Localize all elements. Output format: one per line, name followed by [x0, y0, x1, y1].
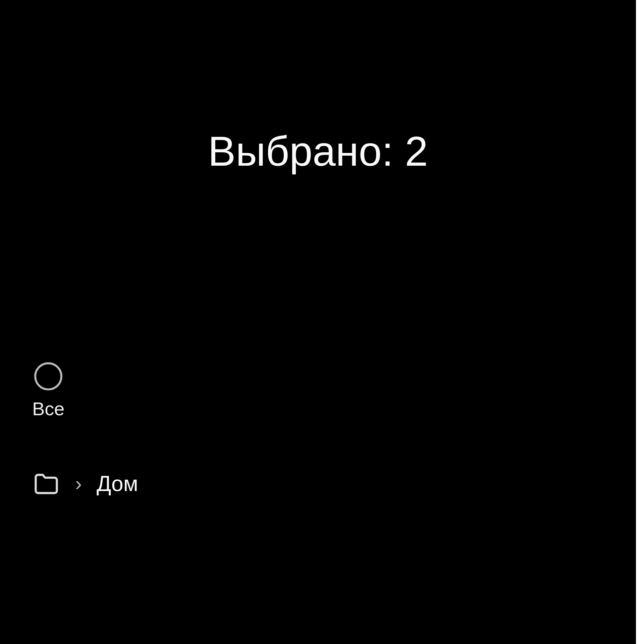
chevron-right-icon: ›	[75, 472, 82, 495]
breadcrumb[interactable]: › Дом	[32, 470, 138, 498]
select-all-toggle[interactable]: Все	[32, 362, 65, 420]
checkbox-circle-icon	[34, 362, 62, 390]
screen-left: Выбрано: 2 Все › Дом Влож ↓≡ Дата измене…	[0, 0, 644, 644]
select-all-label: Все	[32, 398, 65, 420]
selection-header: Выбрано: 2	[0, 127, 636, 175]
folder-icon	[32, 470, 60, 498]
breadcrumb-current: Дом	[97, 471, 138, 496]
